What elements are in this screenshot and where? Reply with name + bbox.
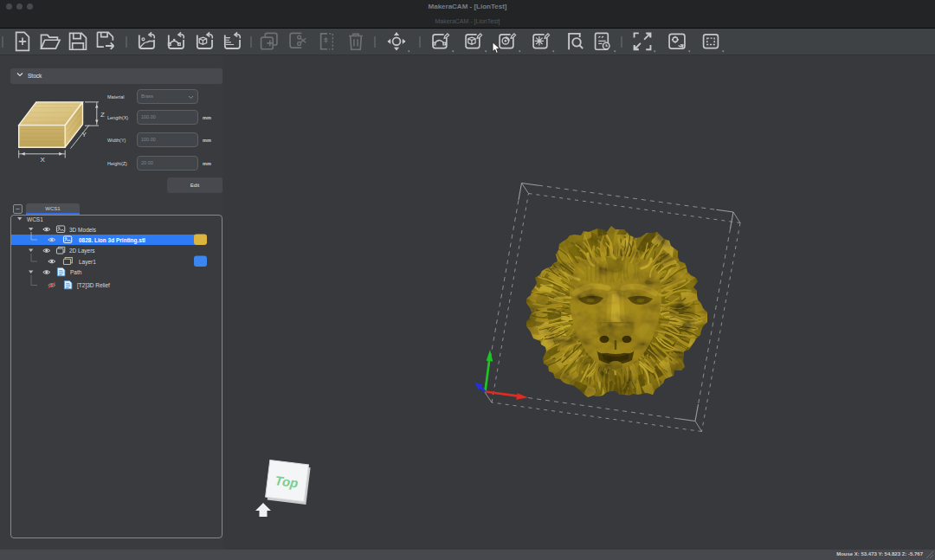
svg-text:X: X <box>41 156 46 164</box>
svg-text:Top: Top <box>274 473 300 490</box>
svg-text:WCS1: WCS1 <box>27 216 43 222</box>
svg-text:2D Layers: 2D Layers <box>69 248 95 254</box>
svg-text:Y: Y <box>82 131 87 138</box>
svg-text:Z: Z <box>100 111 105 119</box>
svg-text:0828. Lion 3d Printing.stl: 0828. Lion 3d Printing.stl <box>79 237 145 244</box>
svg-text:[T2]3D Relief: [T2]3D Relief <box>77 282 110 289</box>
svg-text:3D Models: 3D Models <box>69 227 97 233</box>
svg-text:Layer1: Layer1 <box>79 259 96 266</box>
svg-text:Path: Path <box>70 269 82 275</box>
